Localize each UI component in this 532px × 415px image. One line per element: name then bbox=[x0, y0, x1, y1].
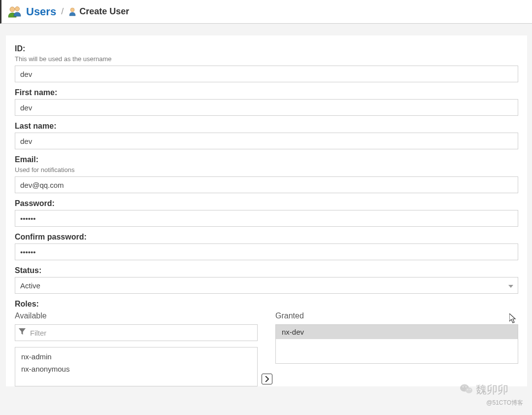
svg-point-1 bbox=[15, 6, 20, 11]
svg-point-5 bbox=[463, 386, 464, 387]
roles-label: Roles: bbox=[15, 300, 518, 309]
create-user-form: ID: This will be used as the username Fi… bbox=[6, 35, 527, 386]
last-name-group: Last name: bbox=[15, 122, 518, 149]
password-label: Password: bbox=[15, 199, 518, 208]
status-group: Status: bbox=[15, 266, 518, 294]
roles-granted-column: Granted nx-dev bbox=[275, 311, 518, 386]
watermark-name: 魏卯卯 bbox=[476, 382, 508, 397]
password-group: Password: bbox=[15, 199, 518, 227]
first-name-label: First name: bbox=[15, 88, 518, 97]
cursor-icon bbox=[509, 313, 517, 326]
wechat-icon bbox=[460, 383, 473, 396]
confirm-password-input[interactable] bbox=[15, 243, 518, 260]
svg-point-4 bbox=[466, 387, 472, 393]
confirm-password-label: Confirm password: bbox=[15, 233, 518, 242]
breadcrumb-current: Create User bbox=[68, 6, 129, 17]
role-item[interactable]: nx-admin bbox=[15, 350, 257, 363]
watermark: 魏卯卯 bbox=[460, 382, 508, 397]
status-select[interactable] bbox=[15, 277, 518, 294]
last-name-input[interactable] bbox=[15, 133, 518, 149]
roles-available-label: Available bbox=[15, 311, 258, 320]
svg-point-7 bbox=[467, 389, 468, 390]
role-item[interactable]: nx-anonymous bbox=[15, 363, 257, 375]
last-name-label: Last name: bbox=[15, 122, 518, 131]
users-icon bbox=[7, 5, 22, 18]
role-item[interactable]: nx-dev bbox=[276, 325, 518, 339]
first-name-group: First name: bbox=[15, 88, 518, 116]
filter-icon bbox=[19, 328, 26, 337]
password-input[interactable] bbox=[15, 210, 518, 227]
email-group: Email: Used for notifications bbox=[15, 155, 518, 193]
status-label: Status: bbox=[15, 266, 518, 275]
breadcrumb-root[interactable]: Users bbox=[26, 5, 56, 18]
roles-available-list[interactable]: nx-admin nx-anonymous bbox=[15, 347, 258, 386]
breadcrumb-separator: / bbox=[61, 6, 64, 17]
id-hint: This will be used as the username bbox=[15, 55, 518, 63]
id-group: ID: This will be used as the username bbox=[15, 44, 518, 82]
breadcrumb-bar: Users / Create User bbox=[0, 0, 532, 24]
email-label: Email: bbox=[15, 155, 518, 164]
email-hint: Used for notifications bbox=[15, 166, 518, 173]
breadcrumb-current-label: Create User bbox=[79, 6, 129, 17]
id-input[interactable] bbox=[15, 66, 518, 82]
user-icon bbox=[68, 7, 76, 16]
breadcrumb: Users / Create User bbox=[26, 5, 129, 18]
roles-available-column: Available nx-admin nx-anonymous bbox=[15, 311, 258, 386]
watermark-source: @51CTO博客 bbox=[486, 399, 523, 407]
roles-granted-list[interactable]: nx-dev bbox=[275, 324, 518, 364]
id-label: ID: bbox=[15, 44, 518, 53]
svg-point-6 bbox=[466, 386, 466, 387]
transfer-right-button[interactable] bbox=[262, 374, 272, 384]
svg-point-0 bbox=[10, 7, 15, 12]
first-name-input[interactable] bbox=[15, 99, 518, 116]
confirm-password-group: Confirm password: bbox=[15, 233, 518, 260]
roles-filter-input[interactable] bbox=[15, 324, 258, 341]
email-input[interactable] bbox=[15, 176, 518, 193]
roles-granted-label: Granted bbox=[275, 311, 518, 320]
svg-point-2 bbox=[70, 8, 74, 12]
roles-group: Roles: Available nx-admin nx-anonymous bbox=[15, 300, 518, 386]
svg-point-8 bbox=[470, 389, 471, 390]
